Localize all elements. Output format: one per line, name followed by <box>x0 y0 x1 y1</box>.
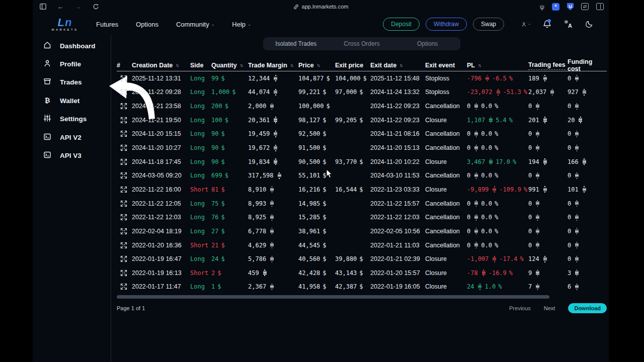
sats-icon <box>474 200 478 207</box>
cell-quantity: 90$ <box>211 144 248 151</box>
sats-icon <box>575 75 579 81</box>
previous-button[interactable]: Previous <box>509 305 531 311</box>
nav-item-community[interactable]: Community⌄ <box>176 21 214 28</box>
horizontal-scrollbar[interactable] <box>117 295 549 299</box>
column-header-trade-margin[interactable]: Trade Margin↑↓ <box>248 62 298 69</box>
expand-row-icon[interactable] <box>120 200 127 207</box>
column-header-quantity[interactable]: Quantity↑↓ <box>211 62 248 69</box>
cell-trading-fees: 2,037 <box>528 88 568 96</box>
back-icon[interactable]: ← <box>57 3 64 10</box>
sats-icon <box>575 228 579 234</box>
sidebar-item-label: API V2 <box>60 134 82 141</box>
withdraw-button[interactable]: Withdraw <box>426 18 467 31</box>
language-button[interactable]: ✲A <box>564 20 573 29</box>
sort-icon[interactable]: ↑↓ <box>317 63 319 68</box>
reload-icon[interactable] <box>92 3 99 10</box>
expand-row-icon[interactable] <box>120 269 127 277</box>
column-header-exit-date[interactable]: Exit date↑↓ <box>370 62 425 69</box>
expand-row-icon[interactable] <box>120 117 127 124</box>
cell-price: 40,560$ <box>298 255 335 262</box>
sidebar-item-trades[interactable]: Trades <box>33 73 111 92</box>
panel-toggle-icon[interactable] <box>39 3 46 10</box>
cell-exit-date: 2022-11-22 15:57 <box>370 200 425 207</box>
sidebar-item-settings[interactable]: Settings <box>33 110 111 128</box>
expand-row-icon[interactable] <box>120 103 127 110</box>
cell-side: Long <box>190 228 211 235</box>
switch-extension-icon[interactable]: ⇄ <box>581 3 589 10</box>
cell-price: 44,545$ <box>298 242 335 249</box>
brand-logo[interactable]: Ln MARKETS <box>50 18 80 31</box>
cell-trade-margin: 4,629 <box>248 242 298 249</box>
cell-price: 16,216$ <box>298 186 335 193</box>
nav-item-help[interactable]: Help⌄ <box>232 21 251 28</box>
expand-row-icon[interactable] <box>120 228 127 235</box>
cell-exit-date: 2024-11-22 09:23 <box>370 103 425 110</box>
gear-extension-icon[interactable]: * <box>552 3 559 11</box>
deposit-button[interactable]: Deposit <box>383 18 420 31</box>
expand-row-icon[interactable] <box>120 214 127 221</box>
cell-exit-event: Closure <box>425 186 467 193</box>
theme-toggle[interactable] <box>585 20 594 29</box>
sort-icon[interactable]: ↑↓ <box>399 63 402 68</box>
swap-button[interactable]: Swap <box>473 18 504 31</box>
cell-quantity: 90$ <box>211 130 248 137</box>
sidebar-item-profile[interactable]: Profile <box>33 55 111 73</box>
psi-extension-icon[interactable]: ψ <box>540 3 544 11</box>
cell-exit-event: Cancellation <box>425 228 467 235</box>
expand-row-icon[interactable] <box>120 283 127 290</box>
cell-exit-date: 2022-11-23 03:33 <box>370 186 425 193</box>
tab-cross-orders[interactable]: Cross Orders <box>329 40 395 47</box>
forward-icon[interactable]: → <box>74 3 82 10</box>
nav-item-futures[interactable]: Futures <box>96 21 118 28</box>
expand-row-icon[interactable] <box>120 242 127 249</box>
expand-row-icon[interactable] <box>120 75 127 82</box>
sort-icon[interactable]: ↑↓ <box>478 63 480 68</box>
sats-icon <box>583 186 587 193</box>
column-header-pl[interactable]: PL↑↓ <box>467 62 528 69</box>
expand-row-icon[interactable] <box>120 88 127 96</box>
sats-icon <box>575 103 579 110</box>
sidebar-item-dashboard[interactable]: Dashboard <box>33 37 111 55</box>
sliders-icon <box>43 114 51 124</box>
cell-quantity: 200$ <box>211 103 248 110</box>
address-bar[interactable]: app.lnmarkets.com <box>293 4 349 10</box>
user-icon <box>43 59 51 69</box>
expand-row-icon[interactable] <box>120 158 127 165</box>
sort-icon[interactable]: ↑↓ <box>290 63 293 68</box>
sats-icon <box>536 269 540 276</box>
nav-item-options[interactable]: Options <box>136 21 158 28</box>
expand-row-icon[interactable] <box>120 144 127 151</box>
column-label: Exit price <box>335 62 363 69</box>
shield-extension-icon[interactable]: U <box>567 3 574 11</box>
notifications-button[interactable] <box>542 20 551 29</box>
expand-row-icon[interactable] <box>120 186 127 193</box>
sidebar-item-label: Settings <box>60 115 87 123</box>
sidebar-item-api-v2[interactable]: API V2 <box>33 128 111 146</box>
cell-creation-date: 2024-11-22 09:28 <box>132 88 190 96</box>
cell-funding-cost: 101 <box>568 186 606 193</box>
cell-funding-cost: 3 <box>568 269 606 277</box>
sidebar-item-api-v3[interactable]: API V3 <box>33 146 111 164</box>
expand-row-icon[interactable] <box>120 255 127 262</box>
cell-trading-fees: 0 <box>528 228 568 235</box>
sort-icon[interactable]: ↑↓ <box>240 63 243 68</box>
cell-side: Long <box>190 214 211 221</box>
column-header-price[interactable]: Price↑↓ <box>298 62 335 69</box>
download-button[interactable]: Download <box>568 303 607 313</box>
split-view-icon[interactable] <box>596 3 604 10</box>
sats-icon <box>543 256 547 262</box>
next-button[interactable]: Next <box>544 305 555 311</box>
column-header-creation-date[interactable]: Creation Date↑↓ <box>132 62 190 69</box>
cell-creation-date: 2022-01-17 11:47 <box>132 283 190 290</box>
sats-icon <box>474 228 478 234</box>
app-header: Ln MARKETS FuturesOptionsCommunity⌄Help⌄… <box>33 13 609 35</box>
page-indicator: Page 1 of 1 <box>117 305 145 311</box>
tab-options[interactable]: Options <box>394 40 460 47</box>
sats-icon <box>474 103 478 110</box>
expand-row-icon[interactable] <box>120 130 127 137</box>
sidebar-item-wallet[interactable]: ₿Wallet <box>33 92 111 110</box>
tab-isolated-trades[interactable]: Isolated Trades <box>263 40 329 47</box>
user-menu[interactable] <box>521 20 530 29</box>
expand-row-icon[interactable] <box>120 172 127 179</box>
sort-icon[interactable]: ↑↓ <box>176 63 178 68</box>
